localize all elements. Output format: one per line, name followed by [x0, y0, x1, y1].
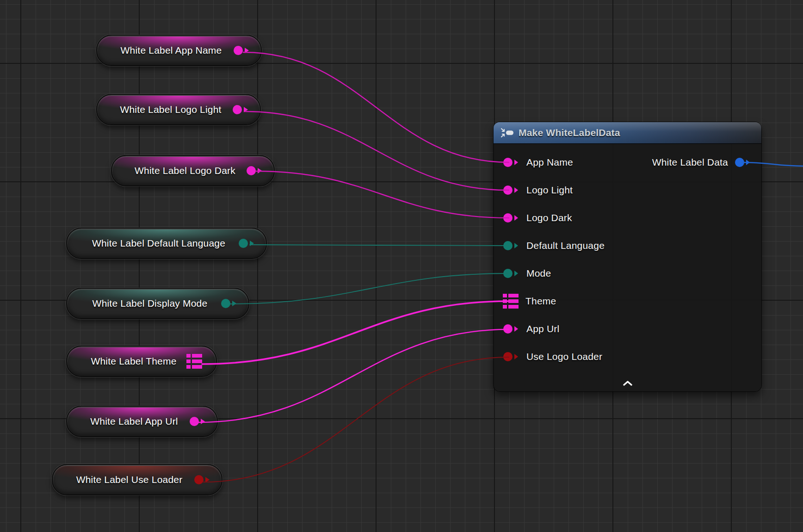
input-pin-list: App Name Logo Light Logo Dark Default La… — [494, 148, 761, 371]
pin-label: White Label Data — [652, 157, 728, 168]
string-output-pin[interactable] — [246, 165, 263, 176]
pin-label: Mode — [526, 268, 551, 279]
pin-label: Logo Light — [526, 185, 573, 196]
string-pin-icon[interactable] — [503, 185, 519, 196]
string-output-pin[interactable] — [232, 104, 249, 115]
node-title: Make WhiteLabelData — [519, 127, 620, 138]
var-node-white-label-app-url[interactable]: White Label App Url — [66, 406, 218, 437]
input-pin-row-logo-light[interactable]: Logo Light — [494, 176, 761, 204]
output-pin-row-white-label-data[interactable]: White Label Data — [652, 148, 751, 176]
enum-pin-icon[interactable] — [503, 268, 519, 279]
var-node-white-label-logo-dark[interactable]: White Label Logo Dark — [111, 155, 275, 186]
string-output-pin[interactable] — [233, 45, 250, 56]
pin-label: App Name — [526, 157, 573, 168]
var-node-white-label-app-name[interactable]: White Label App Name — [96, 35, 262, 66]
var-node-white-label-theme[interactable]: White Label Theme — [66, 346, 217, 377]
pin-label: Logo Dark — [526, 212, 572, 223]
make-struct-node[interactable]: Make WhiteLabelData App Name Logo Light … — [494, 122, 761, 391]
enum-pin-icon[interactable] — [503, 240, 519, 251]
bool-pin-icon[interactable] — [503, 351, 519, 362]
struct-pin-icon[interactable] — [503, 294, 519, 309]
pin-label: App Url — [526, 323, 559, 334]
input-pin-row-mode[interactable]: Mode — [494, 260, 761, 287]
var-node-white-label-logo-light[interactable]: White Label Logo Light — [96, 94, 261, 125]
input-pin-row-default-language[interactable]: Default Language — [494, 232, 761, 260]
string-pin-icon[interactable] — [503, 157, 519, 168]
enum-output-pin[interactable] — [238, 238, 255, 249]
struct-output-pin[interactable] — [186, 354, 202, 369]
make-struct-icon — [500, 127, 514, 138]
enum-output-pin[interactable] — [221, 298, 237, 309]
node-header[interactable]: Make WhiteLabelData — [494, 122, 761, 144]
input-pin-row-theme[interactable]: Theme — [494, 287, 761, 315]
chevron-up-icon — [623, 380, 633, 386]
var-node-white-label-display-mode[interactable]: White Label Display Mode — [66, 288, 249, 319]
input-pin-row-use-logo-loader[interactable]: Use Logo Loader — [494, 343, 761, 371]
pin-label: Default Language — [526, 240, 605, 251]
input-pin-row-logo-dark[interactable]: Logo Dark — [494, 204, 761, 232]
blueprint-editor-viewport: White Label App Name White Label Logo Li… — [0, 0, 803, 532]
input-pin-row-app-url[interactable]: App Url — [494, 315, 761, 343]
collapse-node-button[interactable] — [618, 378, 638, 388]
pin-label: Use Logo Loader — [526, 351, 602, 362]
var-node-label: White Label Default Language — [67, 238, 266, 249]
var-node-white-label-default-language[interactable]: White Label Default Language — [66, 228, 267, 259]
object-pin-icon[interactable] — [735, 157, 751, 168]
bool-output-pin[interactable] — [194, 474, 210, 485]
string-pin-icon[interactable] — [503, 323, 519, 334]
string-pin-icon[interactable] — [503, 212, 519, 223]
string-output-pin[interactable] — [189, 416, 206, 427]
var-node-white-label-use-loader[interactable]: White Label Use Loader — [52, 464, 222, 495]
pin-label: Theme — [525, 296, 556, 307]
